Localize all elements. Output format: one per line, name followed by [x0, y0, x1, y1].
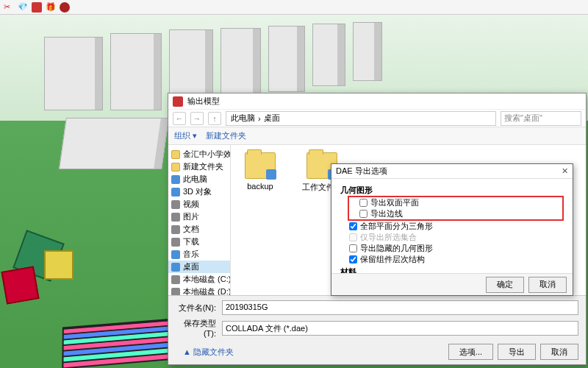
sidebar-item-label: 视频 — [183, 199, 199, 210]
breadcrumb-pc[interactable]: 此电脑 — [231, 113, 255, 124]
tool-gift-icon[interactable]: 🎁 — [46, 2, 56, 13]
dae-title: DAE 导出选项 — [336, 166, 387, 177]
sidebar-item[interactable]: 本地磁盘 (D:) — [168, 286, 230, 295]
building-model — [169, 29, 213, 103]
sidebar-item[interactable]: 下载 — [168, 236, 230, 248]
folder-icon — [171, 263, 180, 272]
search-input[interactable]: 搜索"桌面" — [501, 111, 581, 126]
sidebar-item[interactable]: 文档 — [168, 223, 230, 236]
folder-icon — [245, 152, 276, 179]
sidebar-item[interactable]: 金汇中小学效果... — [168, 148, 230, 160]
close-icon[interactable]: ✕ — [562, 166, 568, 176]
ground-shape — [1, 266, 39, 304]
sidebar-item[interactable]: 视频 — [168, 198, 230, 210]
new-folder-button[interactable]: 新建文件夹 — [206, 130, 246, 141]
tool-cube-icon[interactable] — [32, 2, 42, 13]
sidebar-item[interactable]: 新建文件夹 — [168, 160, 230, 173]
dialog-footer: 文件名(N): 20190315G 保存类型(T): COLLADA 文件 (*… — [168, 295, 586, 364]
filetype-select[interactable]: COLLADA 文件 (*.dae) — [222, 321, 578, 336]
folder-icon — [171, 163, 180, 171]
sidebar-item[interactable]: 音乐 — [168, 248, 230, 261]
sidebar-item-label: 3D 对象 — [183, 186, 212, 197]
folder-icon — [171, 188, 180, 197]
dialog-toolbar: 组织 ▾ 新建文件夹 — [168, 127, 586, 145]
filename-input[interactable]: 20190315G — [222, 300, 578, 315]
building-model — [220, 28, 261, 98]
folder-icon — [171, 150, 180, 159]
filetype-label: 保存类型(T): — [176, 318, 216, 338]
sidebar-item-label: 音乐 — [183, 249, 199, 260]
sidebar-item-label: 图片 — [183, 211, 199, 222]
building-model — [312, 24, 345, 86]
opt-edges-checkbox[interactable] — [359, 210, 368, 218]
folder-icon — [171, 250, 180, 259]
dae-ok-button[interactable]: 确定 — [486, 277, 524, 293]
dae-cancel-button[interactable]: 取消 — [528, 277, 567, 293]
folder-icon — [171, 238, 180, 247]
building-model — [353, 22, 382, 81]
sidebar-item[interactable]: 此电脑 — [168, 173, 230, 185]
breadcrumb[interactable]: 此电脑 › 桌面 — [226, 111, 496, 126]
folder-icon — [171, 288, 180, 296]
organize-menu[interactable]: 组织 ▾ — [174, 130, 197, 141]
dae-titlebar: DAE 导出选项 ✕ — [331, 164, 573, 179]
sidebar-item-label: 下载 — [183, 236, 199, 247]
sidebar-item[interactable]: 3D 对象 — [168, 185, 230, 198]
breadcrumb-location[interactable]: 桌面 — [264, 113, 280, 124]
tool-scissors-icon[interactable]: ✂ — [4, 2, 14, 13]
ground-shape — [44, 250, 74, 280]
app-icon — [173, 96, 183, 107]
building-model — [110, 33, 162, 110]
folder-icon — [171, 213, 180, 222]
app-toolbar: ✂ 💎 🎁 — [0, 0, 588, 15]
nav-back-icon[interactable]: ← — [173, 112, 186, 125]
folder-icon — [171, 275, 180, 284]
group-material: 材料 — [340, 266, 564, 273]
opt-hierarchy-checkbox[interactable] — [349, 255, 357, 263]
highlighted-options: 导出双面平面 导出边线 — [348, 196, 564, 221]
sidebar-item-label: 桌面 — [183, 261, 199, 272]
sidebar-item[interactable]: 本地磁盘 (C:) — [168, 273, 230, 286]
cancel-button[interactable]: 取消 — [540, 344, 578, 360]
sidebar-item-label: 本地磁盘 (D:) — [183, 286, 231, 295]
building-model — [44, 37, 103, 110]
folder-icon — [171, 200, 180, 209]
sidebar-item-label: 此电脑 — [183, 174, 207, 185]
opt-hidden-checkbox — [349, 233, 357, 241]
opt-triangulate-checkbox[interactable] — [349, 222, 357, 230]
dae-options-dialog: DAE 导出选项 ✕ 几何图形 导出双面平面 导出边线 全部平面分为三角形 仅导… — [331, 163, 573, 296]
dialog-title: 输出模型 — [187, 96, 220, 107]
filename-label: 文件名(N): — [176, 302, 216, 314]
chevron-right-icon: › — [258, 114, 261, 123]
sidebar-item-label: 本地磁盘 (C:) — [183, 274, 231, 285]
building-model — [268, 26, 305, 92]
hide-folders-toggle[interactable]: ▲ 隐藏文件夹 — [176, 345, 241, 359]
opt-export-hidden-checkbox[interactable] — [349, 244, 357, 252]
folder-tree[interactable]: 金汇中小学效果...新建文件夹此电脑3D 对象视频图片文档下载音乐桌面本地磁盘 … — [168, 145, 231, 295]
sidebar-item-label: 文档 — [183, 224, 199, 235]
group-geometry: 几何图形 — [340, 185, 564, 196]
file-item[interactable]: backup — [238, 152, 282, 191]
dialog-nav: ← → ↑ 此电脑 › 桌面 搜索"桌面" — [168, 110, 586, 127]
sidebar-item[interactable]: 图片 — [168, 210, 230, 223]
sidebar-item-label: 新建文件夹 — [183, 161, 223, 172]
dialog-titlebar: 输出模型 — [168, 93, 586, 110]
options-button[interactable]: 选项... — [448, 344, 493, 360]
export-button[interactable]: 导出 — [498, 344, 536, 360]
opt-twosided-checkbox[interactable] — [359, 199, 368, 207]
nav-up-icon[interactable]: ↑ — [208, 112, 221, 125]
nav-fwd-icon[interactable]: → — [190, 112, 204, 125]
folder-icon — [171, 175, 180, 184]
file-label: backup — [247, 182, 273, 191]
building-model — [59, 118, 169, 169]
sidebar-item[interactable]: 桌面 — [168, 261, 230, 273]
folder-icon — [171, 225, 180, 234]
sidebar-item-label: 金汇中小学效果... — [183, 149, 231, 160]
tool-gem-icon[interactable] — [60, 2, 70, 13]
tool-ruby-icon[interactable]: 💎 — [18, 2, 28, 13]
